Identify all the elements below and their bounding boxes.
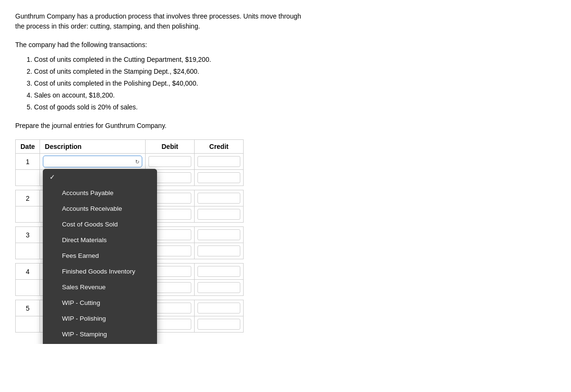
credit-field-2-line1[interactable]	[197, 193, 240, 204]
dropdown-option-wip---stamping[interactable]: WIP - Stamping	[43, 326, 157, 342]
dropdown-option-label-2: Cost of Goods Sold	[62, 221, 118, 228]
transaction-item-2: 2. Cost of units completed in the Stampi…	[27, 67, 556, 77]
intro-line1: Gunthrum Company has a production proces…	[15, 12, 301, 20]
credit-input-4-line2[interactable]	[195, 280, 244, 296]
credit-field-3-line1[interactable]	[197, 229, 240, 240]
dropdown-option-label-3: Direct Materials	[62, 236, 107, 244]
prepare-heading: Prepare the journal entries for Gunthrum…	[15, 121, 556, 131]
dropdown-option-label-0: Accounts Payable	[62, 189, 113, 196]
dropdown-option-label-1: Accounts Receivable	[62, 205, 122, 212]
credit-field-5-line1[interactable]	[197, 303, 240, 314]
journal-row-1-line1: 1Accounts PayableAccounts ReceivableCost…	[16, 154, 244, 170]
date-cell-5: 5	[16, 300, 40, 316]
credit-field-1-line2[interactable]	[197, 172, 240, 183]
date-cell-1-empty	[16, 170, 40, 186]
date-cell-2: 2	[16, 190, 40, 206]
date-cell-2-empty	[16, 206, 40, 223]
col-credit: Credit	[195, 140, 244, 154]
transaction-item-3: 3. Cost of units completed in the Polish…	[27, 78, 556, 88]
transactions-list: 1. Cost of units completed in the Cuttin…	[27, 55, 556, 112]
date-cell-5-empty	[16, 316, 40, 333]
credit-field-5-line2[interactable]	[197, 319, 240, 330]
dropdown-option-label-5: Finished Goods Inventory	[62, 268, 135, 275]
dropdown-option-cost-of-goods-sold[interactable]: Cost of Goods Sold	[43, 216, 157, 232]
dropdown-option-label-9: WIP - Stamping	[62, 331, 107, 338]
dropdown-menu-checked-row[interactable]: ✓	[43, 169, 157, 185]
col-date: Date	[16, 140, 40, 154]
dropdown-option-sales-revenue[interactable]: Sales Revenue	[43, 279, 157, 295]
date-cell-1: 1	[16, 154, 40, 170]
transactions-heading: The company had the following transactio…	[15, 40, 556, 50]
date-cell-3-empty	[16, 243, 40, 259]
credit-input-3-line2[interactable]	[195, 243, 244, 259]
credit-input-5-line1[interactable]	[195, 300, 244, 316]
dropdown-option-accounts-payable[interactable]: Accounts Payable	[43, 185, 157, 201]
dropdown-option-label-4: Fees Earned	[62, 252, 98, 259]
transaction-item-5: 5. Cost of goods sold is 20% of sales.	[27, 102, 556, 112]
credit-input-2-line2[interactable]	[195, 206, 244, 223]
credit-input-1-line1[interactable]	[195, 154, 244, 170]
check-icon: ✓	[49, 173, 57, 181]
credit-field-3-line2[interactable]	[197, 245, 240, 256]
dropdown-option-accounts-receivable[interactable]: Accounts Receivable	[43, 201, 157, 216]
col-debit: Debit	[146, 140, 195, 154]
credit-field-4-line2[interactable]	[197, 282, 240, 293]
dropdown-select-1-line1[interactable]: Accounts PayableAccounts ReceivableCost …	[43, 156, 142, 167]
journal-table: Date Description Debit Credit 1Accounts …	[15, 139, 244, 333]
credit-field-2-line2[interactable]	[197, 209, 240, 220]
dropdown-option-wip---polishing[interactable]: WIP - Polishing	[43, 311, 157, 326]
credit-field-1-line1[interactable]	[197, 156, 240, 167]
credit-field-4-line1[interactable]	[197, 266, 240, 277]
debit-field-1-line1[interactable]	[148, 156, 191, 167]
dropdown-menu-open: ✓Accounts PayableAccounts ReceivableCost…	[43, 169, 157, 344]
dropdown-option-wages-payable[interactable]: Wages Payable	[43, 342, 157, 344]
dropdown-option-finished-goods-inventory[interactable]: Finished Goods Inventory	[43, 264, 157, 279]
intro-paragraph: Gunthrum Company has a production proces…	[15, 11, 320, 31]
desc-cell-1-line1[interactable]: Accounts PayableAccounts ReceivableCost …	[40, 154, 146, 170]
date-cell-3: 3	[16, 227, 40, 243]
dropdown-option-label-8: WIP - Polishing	[62, 315, 106, 322]
credit-input-3-line1[interactable]	[195, 227, 244, 243]
dropdown-option-label-6: Sales Revenue	[62, 284, 106, 291]
debit-input-1-line1[interactable]	[146, 154, 195, 170]
transaction-item-4: 4. Sales on account, $18,200.	[27, 90, 556, 100]
date-cell-4-empty	[16, 280, 40, 296]
credit-input-2-line1[interactable]	[195, 190, 244, 206]
col-description: Description	[40, 140, 146, 154]
credit-input-1-line2[interactable]	[195, 170, 244, 186]
credit-input-4-line1[interactable]	[195, 264, 244, 280]
dropdown-option-fees-earned[interactable]: Fees Earned	[43, 248, 157, 264]
credit-input-5-line2[interactable]	[195, 316, 244, 333]
dropdown-option-label-7: WIP - Cutting	[62, 299, 100, 306]
date-cell-4: 4	[16, 264, 40, 280]
transaction-item-1: 1. Cost of units completed in the Cuttin…	[27, 55, 556, 65]
dropdown-option-direct-materials[interactable]: Direct Materials	[43, 232, 157, 248]
dropdown-option-wip---cutting[interactable]: WIP - Cutting	[43, 295, 157, 311]
intro-line2: the process in this order: cutting, stam…	[15, 22, 200, 30]
